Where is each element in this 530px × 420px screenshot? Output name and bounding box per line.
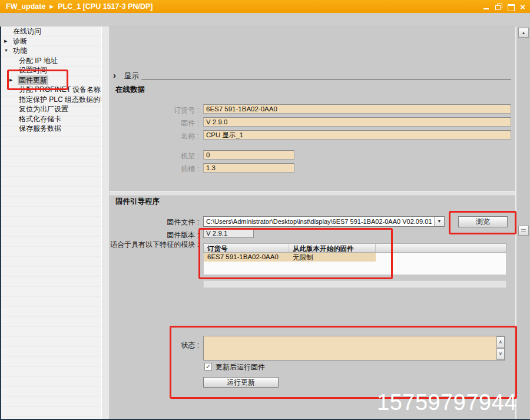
name-label: 名称 :: [110, 131, 199, 141]
sidebar-item-label: 指定保护 PLC 组态数据的密码: [18, 95, 101, 105]
sidebar-item[interactable]: ▶诊断: [1, 37, 101, 47]
run-after-update-label: 更新后运行固件: [216, 362, 265, 372]
minimize-icon[interactable]: [483, 4, 490, 10]
table-column-header[interactable]: 从此版本开始的固件: [289, 244, 376, 252]
sidebar-item[interactable]: 保存服务数据: [1, 124, 101, 134]
firmware-loader-title: 固件引导程序: [115, 197, 160, 207]
sidebar-item-label: 设置时间: [18, 65, 48, 75]
sidebar-item[interactable]: 复位为出厂设置: [1, 104, 101, 114]
scrollbar-thumb[interactable]: [518, 226, 529, 236]
section-display-label[interactable]: 显示: [124, 71, 139, 81]
sidebar-item[interactable]: ▼功能: [1, 46, 101, 56]
order-no-field[interactable]: 6ES7 591-1BA02-0AA0: [203, 104, 511, 114]
watermark-text: 15759797944: [377, 390, 517, 415]
sidebar-item-label: 复位为出厂设置: [18, 104, 69, 114]
section-divider: [141, 79, 511, 80]
slot-label: 插槽 :: [110, 164, 199, 174]
chevron-right-icon[interactable]: ▶: [4, 37, 7, 47]
chevron-down-icon[interactable]: ▼: [434, 217, 444, 226]
rack-label: 机架 :: [110, 151, 199, 161]
sidebar-item-label: 分配 IP 地址: [18, 56, 59, 66]
scroll-up-icon[interactable]: ▲: [518, 28, 529, 38]
checkmark-icon: ✓: [206, 363, 211, 370]
suitable-modules-label: 适合于具有以下特征的模块 :: [110, 241, 199, 249]
table-horizontal-scrollbar[interactable]: [203, 280, 506, 288]
spinner-up-icon[interactable]: ∧: [496, 336, 505, 348]
table-column-header[interactable]: [376, 244, 506, 252]
run-update-button[interactable]: 运行更新: [203, 377, 279, 388]
restore-icon[interactable]: [495, 4, 502, 10]
breadcrumb-project[interactable]: FW_update: [6, 2, 45, 11]
slot-field[interactable]: 1.3: [203, 163, 294, 173]
status-label: 状态 :: [110, 340, 199, 350]
sidebar-item-label: 格式化存储卡: [18, 114, 62, 124]
sidebar-item[interactable]: ▶固件更新: [1, 75, 101, 85]
order-no-label: 订货号 :: [110, 105, 199, 115]
firmware-file-path: C:\Users\Administrator\Desktop\inst\disp…: [206, 218, 432, 225]
breadcrumb: FW_update▶PLC_1 [CPU 1517-3 PN/DP]: [6, 0, 153, 13]
chevron-right-icon[interactable]: ▶: [9, 75, 12, 85]
close-icon[interactable]: ×: [520, 4, 525, 10]
chevron-down-icon[interactable]: ▼: [4, 46, 8, 56]
table-row[interactable]: 6ES7 591-1BA02-0AA0无限制: [204, 253, 506, 262]
panel-divider: [110, 191, 515, 196]
sidebar-item-label: 保存服务数据: [18, 124, 62, 134]
sidebar-item[interactable]: 在线访问: [1, 27, 101, 37]
run-after-update-checkbox[interactable]: ✓: [204, 363, 212, 371]
page-title: PLC_1 [CPU 1517-3 PN/DP]: [58, 2, 153, 11]
table-cell: 6ES7 591-1BA02-0AA0: [204, 253, 289, 262]
sidebar-item[interactable]: 分配 IP 地址: [1, 56, 101, 66]
spinner-down-icon[interactable]: ∨: [496, 348, 505, 360]
rack-field[interactable]: 0: [203, 150, 294, 160]
table-cell: 无限制: [289, 253, 376, 262]
suitable-modules-table: 6ES7 591-1BA02-0AA0无限制: [203, 253, 506, 275]
status-textarea[interactable]: ∧ ∨: [203, 336, 505, 361]
name-field[interactable]: CPU 显示_1: [203, 130, 511, 140]
sidebar-item-label: 在线访问: [12, 27, 42, 37]
firmware-version-label: 固件版本 :: [110, 230, 199, 240]
firmware-field[interactable]: V 2.9.0: [203, 117, 511, 127]
online-data-title: 在线数据: [115, 85, 145, 95]
toolbar-strip: [0, 13, 530, 27]
sidebar-item[interactable]: 设置时间: [1, 65, 101, 75]
browse-button[interactable]: 浏览: [458, 216, 508, 227]
table-column-header[interactable]: 订货号: [204, 244, 289, 252]
firmware-file-label: 固件文件 :: [110, 217, 199, 227]
sidebar-nav: 在线访问▶诊断▼功能分配 IP 地址设置时间▶固件更新分配 PROFINET 设…: [0, 27, 101, 420]
sidebar-item[interactable]: 分配 PROFINET 设备名称: [1, 85, 101, 95]
sidebar-item-label: 功能: [12, 46, 28, 56]
sidebar-item-label: 分配 PROFINET 设备名称: [18, 85, 101, 95]
sidebar-item-label: 固件更新: [18, 75, 48, 85]
vertical-scrollbar[interactable]: ▲: [515, 27, 530, 420]
chevron-right-icon[interactable]: ›: [113, 71, 116, 80]
table-header-row: 订货号从此版本开始的固件: [203, 243, 506, 253]
sidebar-scrollbar[interactable]: [101, 27, 110, 420]
sidebar-item[interactable]: 格式化存储卡: [1, 114, 101, 124]
firmware-label: 固件 :: [110, 118, 199, 128]
firmware-file-combobox[interactable]: C:\Users\Administrator\Desktop\inst\disp…: [203, 216, 445, 227]
tia-portal-window: FW_update▶PLC_1 [CPU 1517-3 PN/DP] × 在线访…: [0, 0, 530, 420]
sidebar-item-label: 诊断: [12, 37, 28, 47]
window-controls: ×: [483, 0, 525, 13]
breadcrumb-chevron-icon: ▶: [49, 0, 54, 13]
maximize-icon[interactable]: [508, 4, 515, 10]
title-bar: FW_update▶PLC_1 [CPU 1517-3 PN/DP] ×: [0, 0, 530, 13]
firmware-version-field[interactable]: V 2.9.1: [203, 229, 254, 238]
sidebar-item[interactable]: 指定保护 PLC 组态数据的密码: [1, 95, 101, 105]
